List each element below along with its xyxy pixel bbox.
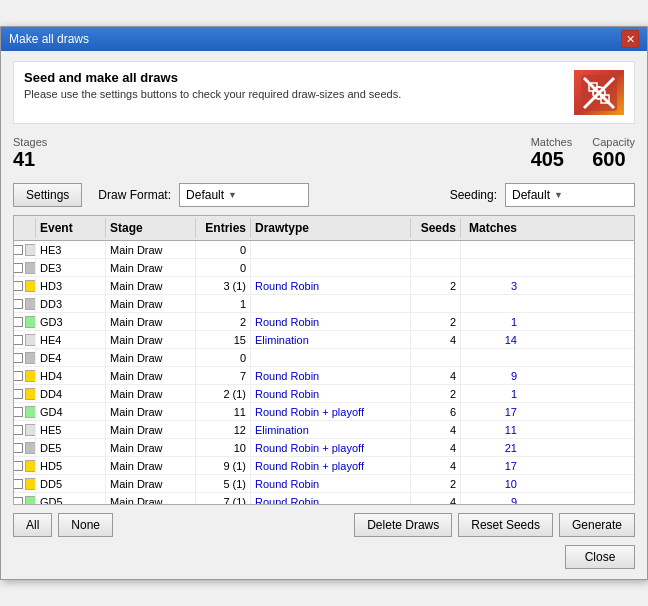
row-checkbox[interactable]: [14, 353, 23, 363]
cell-drawtype: Round Robin + playoff: [251, 403, 411, 420]
cell-stage: Main Draw: [106, 313, 196, 330]
seeding-value: Default: [512, 188, 550, 202]
cell-stage: Main Draw: [106, 475, 196, 492]
seeding-label: Seeding:: [450, 188, 497, 202]
row-checkbox[interactable]: [14, 371, 23, 381]
row-checkbox[interactable]: [14, 461, 23, 471]
reset-seeds-button[interactable]: Reset Seeds: [458, 513, 553, 537]
event-icon: [25, 280, 37, 292]
th-matches: Matches: [461, 218, 521, 238]
window-close-button[interactable]: ✕: [621, 30, 639, 48]
cell-seeds: 4: [411, 331, 461, 348]
event-icon: [25, 460, 37, 472]
cell-drawtype: Round Robin: [251, 367, 411, 384]
cell-entries: 11: [196, 403, 251, 420]
row-checkbox[interactable]: [14, 299, 23, 309]
matches-value: 405: [531, 148, 573, 171]
row-checkbox[interactable]: [14, 317, 23, 327]
table-row[interactable]: DD3 Main Draw 1: [14, 295, 634, 313]
draw-format-dropdown[interactable]: Default ▼: [179, 183, 309, 207]
row-checkbox-cell: [14, 295, 36, 312]
cell-event: HD4: [36, 367, 106, 384]
cell-drawtype: [251, 349, 411, 366]
table-row[interactable]: HE3 Main Draw 0: [14, 241, 634, 259]
row-checkbox[interactable]: [14, 443, 23, 453]
cell-event: HD3: [36, 277, 106, 294]
all-button[interactable]: All: [13, 513, 52, 537]
cell-event: DE5: [36, 439, 106, 456]
row-checkbox[interactable]: [14, 407, 23, 417]
row-checkbox[interactable]: [14, 281, 23, 291]
table-row[interactable]: DE4 Main Draw 0: [14, 349, 634, 367]
main-window: Make all draws ✕ Seed and make all draws…: [0, 26, 648, 580]
capacity-stat: Capacity 600: [592, 136, 635, 171]
row-checkbox-cell: [14, 421, 36, 438]
cell-event: DE4: [36, 349, 106, 366]
table-row[interactable]: HE4 Main Draw 15 Elimination 4 14: [14, 331, 634, 349]
settings-button[interactable]: Settings: [13, 183, 82, 207]
cell-matches: 11: [461, 421, 521, 438]
cell-matches: 17: [461, 403, 521, 420]
table-row[interactable]: GD4 Main Draw 11 Round Robin + playoff 6…: [14, 403, 634, 421]
cell-drawtype: Round Robin: [251, 277, 411, 294]
th-seeds: Seeds: [411, 218, 461, 238]
event-icon: [25, 424, 37, 436]
table-row[interactable]: HD4 Main Draw 7 Round Robin 4 9: [14, 367, 634, 385]
row-checkbox[interactable]: [14, 263, 23, 273]
delete-draws-button[interactable]: Delete Draws: [354, 513, 452, 537]
cell-entries: 15: [196, 331, 251, 348]
table-row[interactable]: DD4 Main Draw 2 (1) Round Robin 2 1: [14, 385, 634, 403]
row-checkbox[interactable]: [14, 479, 23, 489]
table-row[interactable]: GD3 Main Draw 2 Round Robin 2 1: [14, 313, 634, 331]
row-checkbox[interactable]: [14, 425, 23, 435]
table-body: HE3 Main Draw 0 DE3 Main Draw 0 HD3 Main…: [14, 241, 634, 504]
table-row[interactable]: DD5 Main Draw 5 (1) Round Robin 2 10: [14, 475, 634, 493]
event-icon: [25, 496, 37, 505]
event-icon: [25, 370, 37, 382]
table-row[interactable]: DE3 Main Draw 0: [14, 259, 634, 277]
cell-seeds: 4: [411, 439, 461, 456]
cell-stage: Main Draw: [106, 241, 196, 258]
header-heading: Seed and make all draws: [24, 70, 401, 85]
table-row[interactable]: HD5 Main Draw 9 (1) Round Robin + playof…: [14, 457, 634, 475]
event-icon: [25, 352, 37, 364]
cell-event: GD4: [36, 403, 106, 420]
cell-stage: Main Draw: [106, 295, 196, 312]
th-checkbox: [14, 218, 36, 238]
table-row[interactable]: HE5 Main Draw 12 Elimination 4 11: [14, 421, 634, 439]
cell-matches: 21: [461, 439, 521, 456]
window-title: Make all draws: [9, 32, 89, 46]
generate-button[interactable]: Generate: [559, 513, 635, 537]
cell-event: DD5: [36, 475, 106, 492]
table-row[interactable]: DE5 Main Draw 10 Round Robin + playoff 4…: [14, 439, 634, 457]
seeding-dropdown[interactable]: Default ▼: [505, 183, 635, 207]
table-row[interactable]: HD3 Main Draw 3 (1) Round Robin 2 3: [14, 277, 634, 295]
close-button[interactable]: Close: [565, 545, 635, 569]
none-button[interactable]: None: [58, 513, 113, 537]
row-checkbox-cell: [14, 439, 36, 456]
cell-entries: 1: [196, 295, 251, 312]
row-checkbox-cell: [14, 475, 36, 492]
row-checkbox[interactable]: [14, 497, 23, 505]
bottom-left-buttons: All None: [13, 513, 113, 537]
cell-seeds: 4: [411, 367, 461, 384]
cell-matches: [461, 241, 521, 258]
stats-row: Stages 41 Matches 405 Capacity 600: [13, 132, 635, 175]
table-row[interactable]: GD5 Main Draw 7 (1) Round Robin 4 9: [14, 493, 634, 504]
row-checkbox-cell: [14, 241, 36, 258]
cell-matches: 9: [461, 493, 521, 504]
cell-seeds: 4: [411, 493, 461, 504]
stages-label: Stages: [13, 136, 47, 148]
draw-format-arrow: ▼: [228, 190, 237, 200]
close-row: Close: [13, 545, 635, 569]
cell-stage: Main Draw: [106, 367, 196, 384]
draws-table: Event Stage Entries Drawtype Seeds Match…: [13, 215, 635, 505]
row-checkbox[interactable]: [14, 335, 23, 345]
header-icon: [574, 70, 624, 115]
controls-row: Settings Draw Format: Default ▼ Seeding:…: [13, 183, 635, 207]
cell-event: GD5: [36, 493, 106, 504]
row-checkbox[interactable]: [14, 389, 23, 399]
row-checkbox[interactable]: [14, 245, 23, 255]
event-icon: [25, 298, 37, 310]
matches-label: Matches: [531, 136, 573, 148]
